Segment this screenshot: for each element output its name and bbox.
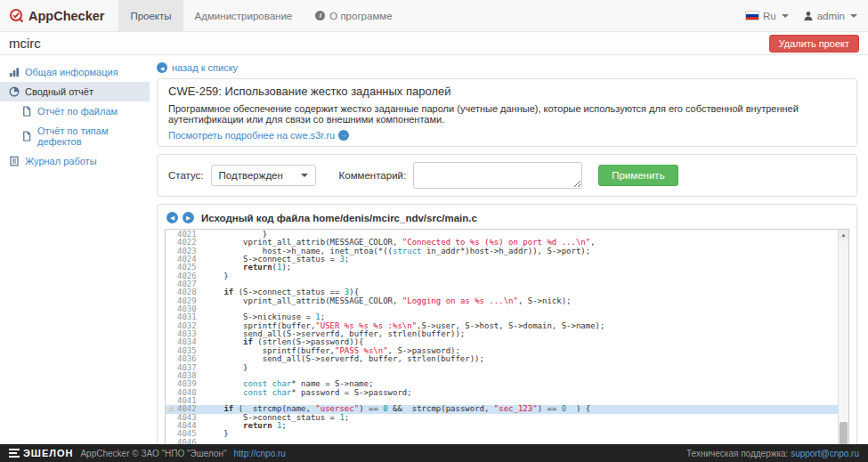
nav-item-label: Администрирование <box>195 11 293 21</box>
gutter-spacer <box>166 380 177 388</box>
gutter-spacer <box>166 239 177 247</box>
gutter-spacer <box>166 280 177 288</box>
status-select[interactable]: Подтвержден <box>211 165 316 186</box>
appchecker-logo-icon <box>9 8 24 23</box>
gutter-spacer <box>166 263 177 272</box>
gutter-spacer <box>166 364 177 372</box>
code-line: 4037 } <box>166 364 848 372</box>
code-text: } <box>205 364 848 372</box>
gutter-spacer <box>166 247 177 255</box>
code-text <box>205 439 848 444</box>
gutter-spacer <box>166 297 177 305</box>
code-text: } <box>205 272 848 280</box>
gutter-spacer <box>166 255 177 263</box>
line-number: 4046 <box>177 439 205 444</box>
gutter-spacer <box>166 439 177 444</box>
sidebar-item-summary-report[interactable]: Сводный отчёт <box>0 82 150 101</box>
user-label: admin <box>817 11 845 21</box>
footer: ЭШЕЛОН AppChecker © ЗАО "НПО "Эшелон" ht… <box>0 444 868 462</box>
status-select-value: Подтвержден <box>219 170 283 181</box>
sidebar-item-files-report[interactable]: Отчёт по файлам <box>0 101 150 121</box>
support-link[interactable]: support@cnpo.ru <box>791 449 859 458</box>
gutter-spacer <box>166 422 177 430</box>
gutter-spacer <box>166 372 177 380</box>
apply-button[interactable]: Применить <box>598 165 677 186</box>
gutter-spacer <box>166 305 177 313</box>
code-box: 4021 }4022 vprint_all_attrib(MESSAGE_COL… <box>165 229 849 444</box>
gutter-spacer <box>166 272 177 280</box>
gutter-spacer <box>166 231 177 239</box>
brand[interactable]: AppChecker <box>0 0 118 31</box>
comment-input[interactable] <box>413 162 582 189</box>
gutter-spacer <box>166 288 177 296</box>
gutter-spacer <box>166 414 177 422</box>
project-bar: mcirc Удалить проект <box>0 32 868 55</box>
language-label: Ru <box>763 11 776 21</box>
footer-copyright: AppChecker © ЗАО "НПО "Эшелон" <box>80 449 226 458</box>
main: ◀ назад к списку CWE-259: Использование … <box>150 55 868 444</box>
caret-down-icon <box>782 14 789 18</box>
cnpo-link[interactable]: http://cnpo.ru <box>234 449 286 458</box>
code-text: return 1; <box>205 422 848 430</box>
sidebar-item-general-info[interactable]: Общая информация <box>0 62 150 82</box>
code-line: 4026 } <box>166 272 848 280</box>
language-selector[interactable]: Ru <box>745 11 789 21</box>
echelon-logo-icon <box>9 449 20 458</box>
delete-project-button[interactable]: Удалить проект <box>769 35 859 53</box>
content: Общая информацияСводный отчётОтчёт по фа… <box>0 55 868 444</box>
code-text: S->connect_status = 3; <box>205 255 848 263</box>
code-line: 4045 } <box>166 430 848 438</box>
code-lines: 4021 }4022 vprint_all_attrib(MESSAGE_COL… <box>166 230 848 444</box>
code-line: 4040 const char* password = S->password; <box>166 389 848 397</box>
code-text: return(1); <box>205 263 848 272</box>
scrollbar-thumb[interactable] <box>840 422 848 444</box>
gutter-spacer <box>166 313 177 321</box>
gutter-spacer <box>166 347 177 355</box>
caret-down-icon <box>850 14 857 18</box>
file-icon <box>21 106 32 117</box>
status-panel: Статус: Подтвержден Комментарий: Примени… <box>157 154 857 197</box>
code-line: 4044 return 1; <box>166 422 848 430</box>
project-title: mcirc <box>9 36 41 51</box>
vertical-scrollbar[interactable]: ▲ ▼ <box>838 230 848 444</box>
code-line: 4025 return(1); <box>166 263 848 272</box>
scrollbar-track[interactable] <box>839 240 848 444</box>
gutter-spacer <box>166 430 177 438</box>
info-icon: i <box>315 11 325 20</box>
comment-label: Комментарий: <box>339 170 407 181</box>
sidebar-item-label: Сводный отчёт <box>25 86 93 97</box>
gutter-spacer <box>166 330 177 338</box>
navbar: AppChecker ПроектыАдминистрированиеiО пр… <box>0 0 868 32</box>
back-arrow-icon: ◀ <box>157 62 167 73</box>
nav-item-projects[interactable]: Проекты <box>118 0 183 31</box>
cwe-description: Программное обеспечение содержит жестко … <box>168 103 846 125</box>
caret-down-icon <box>301 174 308 177</box>
gutter-spacer <box>166 355 177 363</box>
nav-item-about[interactable]: iО программе <box>304 0 403 31</box>
brand-text: AppChecker <box>28 9 104 23</box>
code-panel: ◀ ▶ Исходный код файла home/denis/mcirc_… <box>157 204 857 444</box>
prev-defect-icon[interactable]: ◀ <box>166 212 178 223</box>
sidebar: Общая информацияСводный отчётОтчёт по фа… <box>0 55 150 444</box>
bar-chart-icon <box>9 67 20 77</box>
navbar-right: Ru admin <box>745 0 868 31</box>
code-header: ◀ ▶ Исходный код файла home/denis/mcirc_… <box>165 210 849 229</box>
sidebar-item-label: Отчёт по типам дефектов <box>37 126 141 147</box>
echelon-logo: ЭШЕЛОН <box>9 448 73 458</box>
code-text: const char* password = S->password; <box>205 389 848 397</box>
nav-item-administration[interactable]: Администрирование <box>183 0 304 31</box>
sidebar-item-defect-types-report[interactable]: Отчёт по типам дефектов <box>0 121 150 151</box>
cwe-link-row: Посмотреть подробнее на cwe.s3r.ru → <box>168 130 846 141</box>
warning-icon: ⚠ <box>166 405 177 413</box>
file-icon <box>21 131 32 142</box>
back-link[interactable]: назад к списку <box>172 62 238 73</box>
sidebar-item-work-log[interactable]: Журнал работы <box>0 151 150 171</box>
next-defect-icon[interactable]: ▶ <box>183 212 194 223</box>
cwe-more-link[interactable]: Посмотреть подробнее на cwe.s3r.ru <box>168 130 335 141</box>
code-text: send_all(S->serverfd, buffer, strlen(buf… <box>205 355 848 363</box>
gutter-spacer <box>166 338 177 346</box>
echelon-brand-text: ЭШЕЛОН <box>23 448 73 458</box>
user-menu[interactable]: admin <box>803 11 857 21</box>
scroll-up-icon[interactable]: ▲ <box>839 230 848 240</box>
code-text: S->connect_status = 1; <box>205 414 848 422</box>
